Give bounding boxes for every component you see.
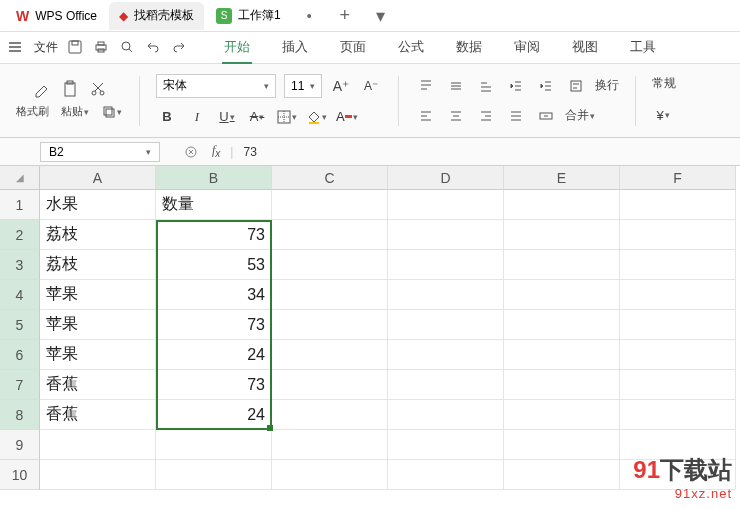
row-header[interactable]: 6 (0, 340, 40, 370)
row-header[interactable]: 7 (0, 370, 40, 400)
cut-button[interactable] (88, 79, 108, 99)
cell[interactable]: 24 (156, 400, 272, 430)
indent-dec-button[interactable] (505, 75, 527, 97)
cell[interactable]: 香蕉 (40, 370, 156, 400)
cell[interactable] (388, 220, 504, 250)
cell-reference-box[interactable]: B2 ▾ (40, 142, 160, 162)
align-left-button[interactable] (415, 105, 437, 127)
cell[interactable] (504, 250, 620, 280)
currency-button[interactable]: ¥▾ (652, 104, 674, 126)
indent-inc-button[interactable] (535, 75, 557, 97)
cell[interactable] (620, 250, 736, 280)
align-right-button[interactable] (475, 105, 497, 127)
cell[interactable] (620, 400, 736, 430)
cell[interactable] (504, 460, 620, 490)
align-top-button[interactable] (415, 75, 437, 97)
cell[interactable] (388, 310, 504, 340)
col-header[interactable]: C (272, 166, 388, 190)
cell[interactable] (156, 430, 272, 460)
cell[interactable] (272, 370, 388, 400)
cell[interactable] (620, 370, 736, 400)
print-icon[interactable] (94, 40, 110, 56)
row-header[interactable]: 4 (0, 280, 40, 310)
cell[interactable]: 香蕉 (40, 400, 156, 430)
doc-tab-template[interactable]: ◆ 找稻壳模板 (109, 2, 204, 30)
cell[interactable] (156, 460, 272, 490)
cell[interactable]: 苹果 (40, 280, 156, 310)
cell[interactable] (504, 400, 620, 430)
formula-value[interactable]: 73 (243, 145, 256, 159)
cell[interactable]: 73 (156, 370, 272, 400)
row-header[interactable]: 2 (0, 220, 40, 250)
cell[interactable] (620, 310, 736, 340)
cell[interactable] (504, 310, 620, 340)
tab-tools[interactable]: 工具 (628, 32, 658, 64)
cell[interactable]: 数量 (156, 190, 272, 220)
cell[interactable] (272, 460, 388, 490)
cell[interactable]: 53 (156, 250, 272, 280)
cell[interactable] (504, 190, 620, 220)
select-all-corner[interactable]: ◢ (0, 166, 40, 190)
number-format-select[interactable]: 常规 (652, 75, 676, 92)
fill-color-button[interactable]: ▾ (306, 106, 328, 128)
col-header[interactable]: D (388, 166, 504, 190)
tab-view[interactable]: 视图 (570, 32, 600, 64)
cell[interactable] (272, 250, 388, 280)
wrap-button[interactable] (565, 75, 587, 97)
merge-button[interactable] (535, 105, 557, 127)
cell[interactable] (272, 400, 388, 430)
cell[interactable] (504, 220, 620, 250)
tab-formula[interactable]: 公式 (396, 32, 426, 64)
cell[interactable] (272, 430, 388, 460)
cell[interactable] (388, 430, 504, 460)
cell[interactable] (620, 190, 736, 220)
decrease-font-button[interactable]: A⁻ (360, 75, 382, 97)
strike-button[interactable]: A▾ (246, 106, 268, 128)
cancel-formula-button[interactable] (180, 141, 202, 163)
underline-button[interactable]: U▾ (216, 106, 238, 128)
font-size-select[interactable]: 11▾ (284, 74, 322, 98)
cell[interactable] (388, 400, 504, 430)
preview-icon[interactable] (120, 40, 136, 56)
col-header[interactable]: A (40, 166, 156, 190)
paste-button[interactable] (60, 79, 80, 99)
add-tab-button[interactable]: + (332, 5, 359, 26)
col-header[interactable]: E (504, 166, 620, 190)
cell[interactable]: 24 (156, 340, 272, 370)
cell[interactable]: 荔枝 (40, 250, 156, 280)
cell[interactable] (620, 430, 736, 460)
cell[interactable]: 34 (156, 280, 272, 310)
cell[interactable] (504, 430, 620, 460)
paste-label[interactable]: 粘贴▾ (61, 104, 89, 119)
wrap-label[interactable]: 换行 (595, 77, 619, 94)
cell[interactable] (388, 460, 504, 490)
cell[interactable] (620, 280, 736, 310)
cell[interactable] (272, 220, 388, 250)
align-middle-button[interactable] (445, 75, 467, 97)
row-header[interactable]: 10 (0, 460, 40, 490)
doc-tab-workbook[interactable]: S 工作簿1 • (206, 2, 322, 30)
row-header[interactable]: 1 (0, 190, 40, 220)
row-header[interactable]: 8 (0, 400, 40, 430)
align-center-button[interactable] (445, 105, 467, 127)
cell[interactable] (388, 250, 504, 280)
cell[interactable] (388, 370, 504, 400)
tab-review[interactable]: 审阅 (512, 32, 542, 64)
justify-button[interactable] (505, 105, 527, 127)
cell[interactable]: 苹果 (40, 310, 156, 340)
cell[interactable] (40, 460, 156, 490)
app-tab-wps[interactable]: W WPS Office (6, 2, 107, 30)
cell[interactable] (388, 280, 504, 310)
cell[interactable] (504, 340, 620, 370)
cell[interactable] (272, 310, 388, 340)
cell[interactable] (620, 340, 736, 370)
cell[interactable] (272, 340, 388, 370)
cell[interactable] (620, 460, 736, 490)
tab-data[interactable]: 数据 (454, 32, 484, 64)
cell[interactable] (388, 190, 504, 220)
cell[interactable]: 73 (156, 220, 272, 250)
tab-page[interactable]: 页面 (338, 32, 368, 64)
copy-button[interactable]: ▾ (101, 101, 123, 123)
save-icon[interactable] (68, 40, 84, 56)
font-color-button[interactable]: A▾ (336, 106, 358, 128)
